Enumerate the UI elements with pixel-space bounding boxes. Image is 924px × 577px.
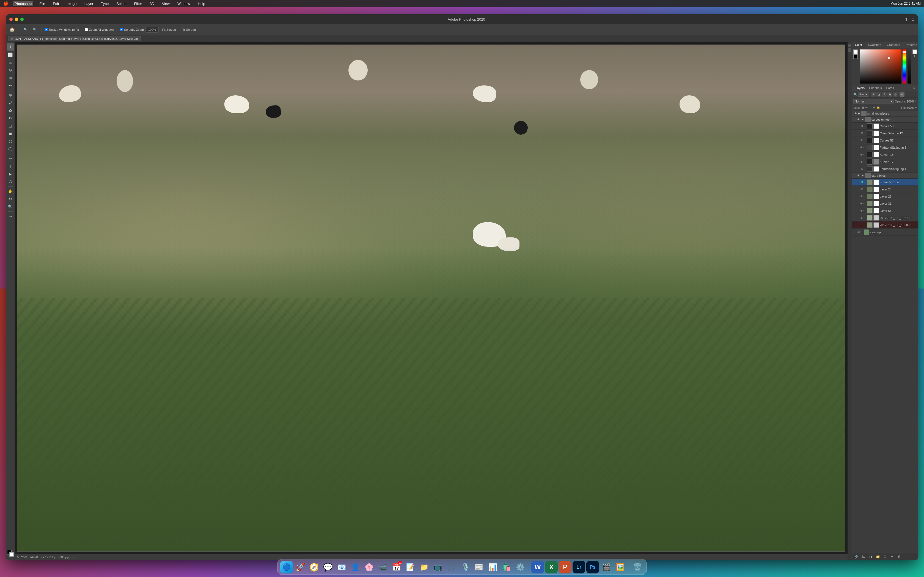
toolbar-separator-4 — [116, 27, 117, 32]
zoom-in-button[interactable]: 🔍 — [31, 27, 39, 32]
stamp-tool[interactable]: ✿ — [7, 107, 14, 114]
gradient-tool[interactable]: ◼ — [7, 130, 14, 137]
tool-separator-3 — [8, 186, 13, 187]
dodge-tool[interactable]: ◯ — [7, 145, 14, 153]
tool-separator-1 — [8, 90, 13, 90]
text-tool[interactable]: T — [7, 163, 14, 170]
top-toolbar: 🏠 🔍 🔍 Resize Windows to Fit Zoom All Win… — [6, 24, 462, 35]
toolbar-separator-3 — [82, 27, 82, 32]
document-tab-title: D2N_FALKLAND_14_simplified_5gig multi la… — [15, 37, 138, 40]
heal-tool[interactable]: ⊕ — [7, 92, 14, 98]
menubar-layer[interactable]: Layer — [83, 1, 95, 6]
lasso-tool[interactable]: ⌓ — [7, 59, 14, 66]
move-tool[interactable]: ✛ — [7, 44, 14, 50]
menubar-3d[interactable]: 3D — [148, 1, 156, 6]
eyedropper-tool[interactable]: ✒ — [7, 82, 14, 89]
rotate-view-tool[interactable]: ↻ — [7, 195, 14, 203]
tab-close-icon[interactable]: ✕ — [11, 37, 13, 40]
toolbar-separator-1 — [19, 27, 19, 32]
document-tab[interactable]: ✕ D2N_FALKLAND_14_simplified_5gig multi … — [8, 36, 141, 41]
menubar-help[interactable]: Help — [196, 1, 207, 6]
tool-separator-2 — [8, 153, 13, 154]
traffic-lights — [9, 18, 24, 21]
title-bar: Adobe Photoshop 2020 ⬆ ⊡ — [6, 14, 462, 24]
zoom-input[interactable] — [145, 27, 159, 33]
pen-tool[interactable]: ✏ — [7, 155, 14, 162]
zoom-in-icon: 🔍 — [33, 28, 37, 31]
resize-windows-checkbox[interactable]: Resize Windows to Fit — [45, 28, 79, 31]
marquee-tool[interactable]: ⬜ — [7, 51, 14, 58]
path-select-tool[interactable]: ▶ — [7, 170, 14, 177]
canvas-area[interactable]: 53.25% 24470 px x 12912 px (300 ppi) › — [15, 42, 462, 288]
canvas-image — [17, 45, 462, 288]
document-tabs: ✕ D2N_FALKLAND_14_simplified_5gig multi … — [6, 35, 462, 42]
eraser-tool[interactable]: ◻ — [7, 122, 14, 129]
quick-select-tool[interactable]: ⊙ — [7, 66, 14, 74]
menubar-type[interactable]: Type — [99, 1, 110, 6]
menubar-file[interactable]: File — [38, 1, 47, 6]
ps-window: Adobe Photoshop 2020 ⬆ ⊡ 🏠 🔍 🔍 Resize Wi… — [6, 14, 462, 288]
canvas-content — [17, 45, 462, 288]
fill-screen-button[interactable]: Fill Screen — [179, 27, 198, 32]
close-button[interactable] — [9, 18, 13, 21]
ps-main: ✛ ⬜ ⌓ ⊙ ⊞ ✒ ⊕ 🖌 ✿ ↺ ◻ ◼ ◌ ◯ ✏ T ▶ ⬡ ✋ ↻ … — [6, 42, 462, 288]
blur-tool[interactable]: ◌ — [7, 138, 14, 145]
history-brush-tool[interactable]: ↺ — [7, 114, 14, 122]
maximize-button[interactable] — [20, 18, 24, 21]
fit-screen-button[interactable]: Fit Screen — [160, 27, 178, 32]
menubar-photoshop[interactable]: Photoshop — [13, 1, 33, 6]
brush-tool[interactable]: 🖌 — [7, 99, 14, 106]
extra-tools-button[interactable]: ··· — [7, 213, 14, 220]
apple-menu[interactable]: 🍎 — [3, 1, 8, 6]
menubar-view[interactable]: View — [160, 1, 171, 6]
zoom-out-icon: 🔍 — [24, 28, 27, 31]
tools-panel: ✛ ⬜ ⌓ ⊙ ⊞ ✒ ⊕ 🖌 ✿ ↺ ◻ ◼ ◌ ◯ ✏ T ▶ ⬡ ✋ ↻ … — [6, 42, 15, 288]
menubar-filter[interactable]: Filter — [132, 1, 144, 6]
minimize-button[interactable] — [15, 18, 18, 21]
menubar-window[interactable]: Window — [176, 1, 192, 6]
zoom-tool[interactable]: 🔍 — [7, 203, 14, 210]
home-button[interactable]: 🏠 — [8, 26, 16, 34]
zoom-all-checkbox[interactable]: Zoom All Windows — [85, 28, 114, 31]
scrubby-zoom-checkbox[interactable]: Scrubby Zoom — [120, 28, 144, 31]
crop-tool[interactable]: ⊞ — [7, 74, 14, 81]
window-title: Adobe Photoshop 2020 — [28, 17, 462, 21]
shape-tool[interactable]: ⬡ — [7, 178, 14, 185]
zoom-out-button[interactable]: 🔍 — [22, 27, 29, 32]
menubar-select[interactable]: Select — [115, 1, 128, 6]
menubar-image[interactable]: Image — [65, 1, 78, 6]
menubar: 🍎 Photoshop File Edit Image Layer Type S… — [0, 0, 462, 7]
hand-tool[interactable]: ✋ — [7, 188, 14, 195]
menubar-edit[interactable]: Edit — [51, 1, 60, 6]
